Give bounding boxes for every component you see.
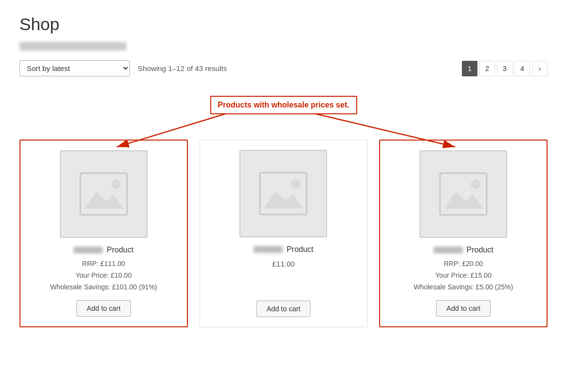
add-to-cart-btn-3[interactable]: Add to cart — [436, 300, 491, 317]
add-to-cart-btn-2[interactable]: Add to cart — [256, 301, 311, 317]
results-text: Showing 1–12 of 43 results — [138, 64, 227, 72]
svg-point-11 — [471, 179, 480, 189]
page-btn-2[interactable]: 2 — [479, 61, 495, 76]
price-info-1: RRP: £111.00 Your Price: £10.00 Wholesal… — [50, 258, 157, 293]
svg-point-8 — [291, 179, 300, 189]
svg-rect-6 — [260, 173, 307, 214]
product-card-1: Product RRP: £111.00 Your Price: £10.00 … — [19, 140, 188, 327]
svg-marker-4 — [84, 192, 123, 209]
product-card-2: Product £11.00 Add to cart — [200, 140, 368, 327]
svg-marker-10 — [444, 192, 483, 209]
product-name-1: Product — [107, 246, 133, 254]
products-grid: Product RRP: £111.00 Your Price: £10.00 … — [19, 140, 548, 327]
page-btn-3[interactable]: 3 — [497, 61, 512, 76]
name-blur-1 — [73, 247, 103, 253]
svg-point-5 — [111, 179, 121, 189]
page-btn-4[interactable]: 4 — [514, 61, 530, 76]
rrp-1: RRP: £111.00 — [50, 258, 157, 270]
product-name-3: Product — [467, 246, 494, 254]
rrp-3: RRP: £20.00 — [414, 258, 513, 270]
savings-1: Wholesale Savings: £101.00 (91%) — [50, 282, 157, 293]
product-image-1 — [60, 150, 147, 238]
name-blur-2 — [254, 246, 283, 253]
product-image-2 — [239, 150, 327, 237]
add-to-cart-btn-1[interactable]: Add to cart — [76, 300, 131, 317]
product-name-row-2: Product — [254, 245, 313, 254]
your-price-3: Your Price: £15.00 — [414, 270, 513, 282]
product-card-3: Product RRP: £20.00 Your Price: £15.00 W… — [379, 140, 548, 327]
page-title: Shop — [19, 15, 548, 34]
blurred-decoration — [19, 42, 127, 51]
product-image-3 — [420, 150, 507, 238]
product-name-row-3: Product — [434, 246, 494, 254]
price-info-3: RRP: £20.00 Your Price: £15.00 Wholesale… — [414, 258, 513, 293]
savings-3: Wholesale Savings: £5.00 (25%) — [414, 282, 513, 293]
sort-select[interactable]: Sort by latest Sort by popularity Sort b… — [19, 60, 130, 76]
page-btn-1[interactable]: 1 — [462, 61, 477, 76]
simple-price-2: £11.00 — [272, 258, 294, 270]
annotation-label: Products with wholesale prices set. — [210, 96, 357, 114]
svg-rect-3 — [80, 173, 127, 215]
pagination: 1 2 3 4 › — [462, 61, 548, 76]
product-name-row-1: Product — [73, 246, 133, 254]
your-price-1: Your Price: £10.00 — [50, 270, 157, 282]
price-info-2: £11.00 — [272, 258, 294, 270]
products-wrapper: Products with wholesale prices set. Prod… — [19, 106, 548, 327]
toolbar-left: Sort by latest Sort by popularity Sort b… — [19, 60, 227, 76]
arrow-spacer — [19, 110, 548, 140]
product-name-2: Product — [287, 245, 313, 254]
toolbar: Sort by latest Sort by popularity Sort b… — [19, 60, 548, 76]
svg-marker-7 — [264, 191, 303, 208]
svg-rect-9 — [440, 173, 487, 215]
name-blur-3 — [434, 247, 463, 253]
page-btn-next[interactable]: › — [532, 61, 548, 76]
